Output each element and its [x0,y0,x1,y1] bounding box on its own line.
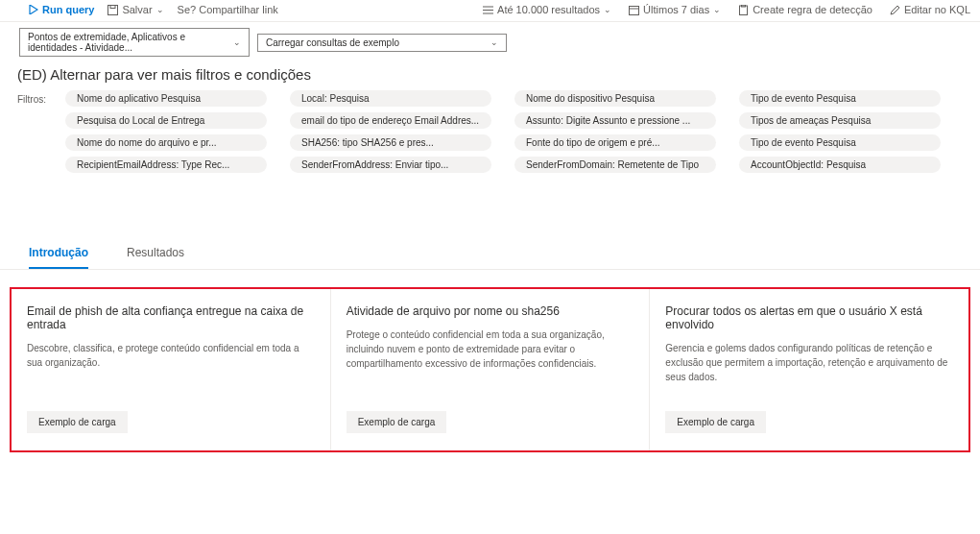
clipboard-icon [738,5,749,15]
card-desc: Descobre, classifica, e protege conteúdo… [27,341,315,384]
edit-kql-label: Editar no KQL [904,4,970,15]
filter-pill[interactable]: SenderFromAddress: Enviar tipo... [290,157,491,173]
svg-rect-1 [110,5,115,8]
share-label: Se? Compartilhar link [178,4,278,15]
toolbar-right: Até 10.000 resultados ⌄ Últimos 7 dias ⌄… [483,4,970,15]
filter-pill[interactable]: Tipo de evento Pesquisa [739,90,941,107]
toolbar: Run query Salvar ⌄ Se? Compartilhar link… [0,0,980,22]
card-desc: Protege o conteúdo confidencial em toda … [347,328,634,384]
filters-grid: Nome do aplicativo Pesquisa Local: Pesqu… [65,90,941,173]
filter-pill[interactable]: Nome do aplicativo Pesquisa [65,90,267,107]
card-file-activity: Atividade de arquivo por nome ou sha256 … [331,289,651,450]
results-limit-button[interactable]: Até 10.000 resultados ⌄ [483,4,611,15]
run-query-label: Run query [42,4,94,15]
filter-pill[interactable]: Tipos de ameaças Pesquisa [739,112,941,129]
calendar-icon [629,5,639,15]
dropdown-row: Pontos de extremidade, Aplicativos e ide… [0,22,980,62]
filter-pill[interactable]: Nome do dispositivo Pesquisa [514,90,716,107]
chevron-down-icon: ⌄ [490,37,498,47]
tabs: Introdução Resultados [0,182,980,270]
filter-pill[interactable]: email do tipo de endereço Email Addres..… [290,112,491,129]
results-limit-label: Até 10.000 resultados [497,4,600,15]
filters-section: Filtros: Nome do aplicativo Pesquisa Loc… [0,88,980,182]
filter-pill[interactable]: Assunto: Digite Assunto e pressione ... [514,112,716,129]
chevron-down-icon: ⌄ [233,37,241,47]
play-icon [29,5,38,14]
scope-dropdown-label: Pontos de extremidade, Aplicativos e ide… [28,32,233,53]
tab-results[interactable]: Resultados [127,240,184,269]
cards-container: Email de phish de alta confiança entregu… [10,287,970,452]
list-icon [483,5,493,15]
share-button[interactable]: Se? Compartilhar link [178,4,278,15]
filters-label: Filtros: [17,90,56,173]
card-desc: Gerencia e golems dados configurando pol… [665,341,953,384]
filter-pill[interactable]: SHA256: tipo SHA256 e pres... [290,134,491,151]
toolbar-left: Run query Salvar ⌄ Se? Compartilhar link [29,4,278,15]
time-range-button[interactable]: Últimos 7 dias ⌄ [629,4,721,15]
run-query-button[interactable]: Run query [29,4,94,15]
time-range-label: Últimos 7 dias [643,4,709,15]
chevron-down-icon: ⌄ [604,5,611,14]
scope-dropdown[interactable]: Pontos de extremidade, Aplicativos e ide… [19,28,250,57]
save-button[interactable]: Salvar ⌄ [108,4,163,15]
svg-rect-5 [630,6,639,14]
filter-pill[interactable]: Pesquisa do Local de Entrega [65,112,267,129]
save-icon [108,5,118,15]
card-user-alerts: Procurar todos os alertas em que o usuár… [650,289,968,450]
filter-pill[interactable]: AccountObjectId: Pesquisa [739,157,941,173]
filter-pill[interactable]: Local: Pesquisa [290,90,491,107]
load-example-button[interactable]: Exemplo de carga [27,411,128,433]
save-label: Salvar [122,4,152,15]
load-example-button[interactable]: Exemplo de carga [347,411,447,433]
filter-pill[interactable]: SenderFromDomain: Remetente de Tipo [514,157,716,173]
create-rule-button[interactable]: Create regra de detecção [738,4,872,15]
edit-icon [890,5,900,15]
chevron-down-icon: ⌄ [156,5,164,14]
filter-pill[interactable]: Tipo de evento Pesquisa [739,134,941,151]
filter-pill[interactable]: RecipientEmailAddress: Type Rec... [65,157,267,173]
card-title: Atividade de arquivo por nome ou sha256 [347,304,634,318]
chevron-down-icon: ⌄ [713,5,721,14]
samples-dropdown-label: Carregar consultas de exemplo [266,37,399,48]
card-title: Email de phish de alta confiança entregu… [27,304,315,331]
filter-pill[interactable]: Fonte do tipo de origem e pré... [514,134,716,151]
page-heading: (ED) Alternar para ver mais filtros e co… [0,62,980,88]
card-title: Procurar todos os alertas em que o usuár… [665,304,953,331]
tab-intro[interactable]: Introdução [29,240,88,269]
load-example-button[interactable]: Exemplo de carga [665,411,766,433]
svg-rect-0 [108,5,118,14]
create-rule-label: Create regra de detecção [753,4,872,15]
card-phish-email: Email de phish de alta confiança entregu… [12,289,331,450]
edit-kql-button[interactable]: Editar no KQL [890,4,970,15]
samples-dropdown[interactable]: Carregar consultas de exemplo ⌄ [257,34,507,52]
filter-pill[interactable]: Nome do nome do arquivo e pr... [65,134,267,151]
